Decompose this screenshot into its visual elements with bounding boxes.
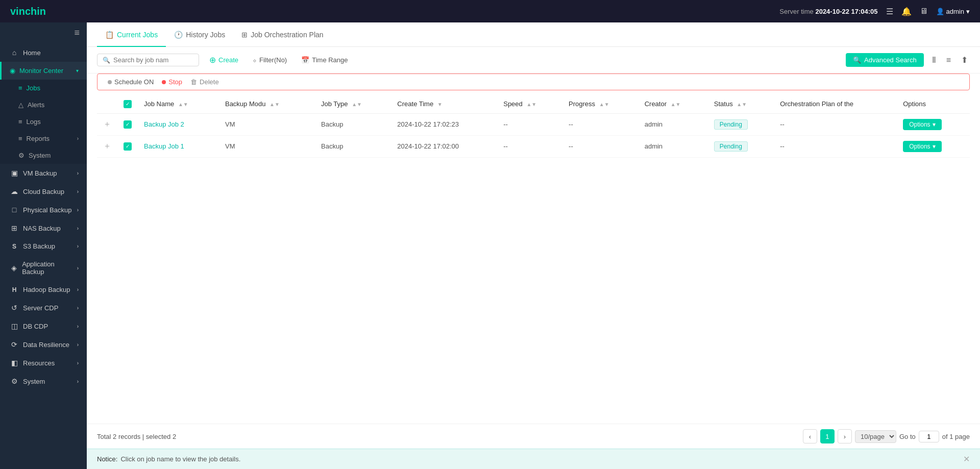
sidebar-item-resources-label: Resources [23, 359, 55, 367]
jobs-icon: ≡ [18, 84, 22, 92]
notice-close-icon[interactable]: ✕ [963, 454, 970, 464]
row1-checkbox-cell[interactable]: ✓ [117, 113, 138, 135]
sidebar-item-jobs[interactable]: ≡ Jobs [0, 80, 87, 96]
sidebar-item-cloud-backup[interactable]: ☁ Cloud Backup › [0, 182, 87, 201]
delete-button[interactable]: 🗑 Delete [190, 78, 219, 86]
sidebar-item-nas-backup[interactable]: ⊞ NAS Backup › [0, 219, 87, 237]
search-box[interactable]: 🔍 [97, 54, 199, 66]
prev-page-button[interactable]: ‹ [803, 429, 817, 443]
tab-current-jobs-label: Current Jobs [117, 31, 158, 39]
sidebar-item-server-cdp[interactable]: ↺ Server CDP › [0, 299, 87, 317]
sort-creator-icon[interactable]: ▲▼ [671, 102, 681, 107]
sidebar-item-system[interactable]: ⚙ System › [0, 372, 87, 390]
monitor-center-icon: ◉ [10, 67, 15, 75]
row1-checkbox[interactable]: ✓ [124, 120, 132, 129]
stop-button[interactable]: Stop [162, 78, 182, 86]
column-settings-icon[interactable]: Ⅱ [930, 53, 938, 67]
sort-speed-icon[interactable]: ▲▼ [526, 102, 536, 107]
sort-job-type-icon[interactable]: ▲▼ [352, 102, 362, 107]
data-resilience-icon: ⟳ [10, 340, 19, 349]
list-view-icon[interactable]: ≡ [944, 54, 953, 67]
row1-expand-icon[interactable]: ＋ [103, 119, 111, 128]
page-1-button[interactable]: 1 [820, 429, 835, 443]
advanced-search-button[interactable]: 🔍 Advanced Search [846, 53, 924, 67]
row2-create-time: 2024-10-22 17:02:00 [391, 135, 497, 157]
sidebar-item-logs[interactable]: ≡ Logs [0, 113, 87, 130]
user-menu[interactable]: 👤 admin ▾ [936, 8, 970, 15]
home-icon: ⌂ [10, 48, 19, 57]
row2-job-name-link[interactable]: Backup Job 1 [144, 142, 184, 150]
row2-checkbox[interactable]: ✓ [124, 142, 132, 151]
sidebar-item-application-backup[interactable]: ◈ Application Backup › [0, 255, 87, 281]
username: admin [946, 8, 964, 15]
logo: vinchin [10, 6, 46, 17]
advanced-search-icon: 🔍 [853, 56, 861, 64]
sidebar-item-alerts[interactable]: △ Alerts [0, 96, 87, 113]
resources-chevron-icon: › [77, 360, 79, 366]
sidebar-item-db-cdp[interactable]: ◫ DB CDP › [0, 317, 87, 335]
reports-icon: ≡ [18, 135, 22, 142]
filter-button[interactable]: ⬦ Filter(No) [249, 54, 291, 66]
create-plus-icon: ⊕ [209, 55, 216, 65]
messages-icon[interactable]: ☰ [886, 7, 893, 16]
sidebar-item-cloud-backup-label: Cloud Backup [23, 188, 64, 195]
hamburger-icon[interactable]: ≡ [0, 22, 87, 43]
sidebar-item-s3-backup-label: S3 Backup [23, 242, 55, 250]
next-page-button[interactable]: › [838, 429, 852, 443]
sidebar-item-data-resilience[interactable]: ⟳ Data Resilience › [0, 335, 87, 354]
sort-progress-icon[interactable]: ▲▼ [599, 102, 609, 107]
page-size-select[interactable]: 10/page 20/page 50/page [855, 430, 896, 443]
main-layout: ≡ ⌂ Home ◉ Monitor Center ▾ ≡ Jobs △ Ale… [0, 22, 980, 469]
header-right: Server time 2024-10-22 17:04:05 ☰ 🔔 🖥 👤 … [779, 7, 970, 16]
row2-expand-icon[interactable]: ＋ [103, 141, 111, 150]
schedule-on-button[interactable]: Schedule ON [108, 78, 154, 86]
sidebar-item-alerts-label: Alerts [28, 101, 44, 109]
sort-job-name-icon[interactable]: ▲▼ [178, 102, 188, 107]
checkbox-col-header[interactable]: ✓ [117, 94, 138, 113]
row1-progress: -- [562, 113, 639, 135]
db-cdp-icon: ◫ [10, 322, 19, 330]
sidebar-item-physical-backup[interactable]: □ Physical Backup › [0, 201, 87, 219]
row2-checkbox-cell[interactable]: ✓ [117, 135, 138, 157]
sidebar-item-monitor-center[interactable]: ◉ Monitor Center ▾ [0, 62, 87, 80]
job-orchestration-tab-icon: ⊞ [241, 31, 248, 39]
row1-job-name-link[interactable]: Backup Job 2 [144, 120, 184, 128]
sidebar-item-reports[interactable]: ≡ Reports › [0, 130, 87, 147]
stop-label: Stop [168, 78, 182, 86]
sidebar-item-s3-backup[interactable]: S S3 Backup › [0, 237, 87, 255]
server-cdp-chevron-icon: › [77, 305, 79, 311]
select-all-checkbox[interactable]: ✓ [124, 100, 132, 108]
row1-options-button[interactable]: Options ▾ [903, 119, 941, 130]
sort-create-time-icon[interactable]: ▼ [437, 102, 443, 107]
th-backup-mode: Backup Modu ▲▼ [219, 94, 315, 113]
sort-backup-mode-icon[interactable]: ▲▼ [270, 102, 280, 107]
tab-job-orchestration-plan[interactable]: ⊞ Job Orchestration Plan [233, 22, 331, 47]
sidebar-item-resources[interactable]: ◧ Resources › [0, 354, 87, 372]
vm-backup-icon: ▣ [10, 169, 19, 177]
sidebar-item-application-backup-label: Application Backup [22, 260, 72, 276]
time-range-button[interactable]: 📅 Time Range [297, 54, 352, 66]
display-icon[interactable]: 🖥 [920, 7, 928, 16]
goto-input[interactable] [919, 431, 939, 442]
export-icon[interactable]: ⬆ [959, 53, 970, 67]
schedule-on-label: Schedule ON [114, 78, 154, 86]
search-input[interactable] [113, 56, 193, 64]
sidebar-item-system-sub-label: System [29, 152, 51, 159]
s3-backup-icon: S [10, 243, 19, 250]
create-button[interactable]: ⊕ Create [205, 53, 242, 67]
th-speed: Speed ▲▼ [497, 94, 562, 113]
th-status: Status ▲▼ [708, 94, 774, 113]
create-label: Create [218, 56, 238, 64]
tab-current-jobs[interactable]: 📋 Current Jobs [97, 22, 166, 47]
sidebar-item-system-sub[interactable]: ⚙ System [0, 147, 87, 164]
sidebar-item-vm-backup[interactable]: ▣ VM Backup › [0, 164, 87, 182]
sort-status-icon[interactable]: ▲▼ [737, 102, 747, 107]
row2-options-button[interactable]: Options ▾ [903, 141, 941, 152]
notice-text: Click on job name to view the job detail… [120, 455, 240, 463]
total-records-text: Total 2 records | selected 2 [97, 433, 176, 440]
tab-history-jobs[interactable]: 🕐 History Jobs [166, 22, 233, 47]
sidebar-item-hadoop-backup[interactable]: H Hadoop Backup › [0, 281, 87, 299]
sidebar-item-home[interactable]: ⌂ Home [0, 43, 87, 62]
nas-backup-chevron-icon: › [77, 226, 79, 231]
notifications-icon[interactable]: 🔔 [901, 7, 912, 16]
